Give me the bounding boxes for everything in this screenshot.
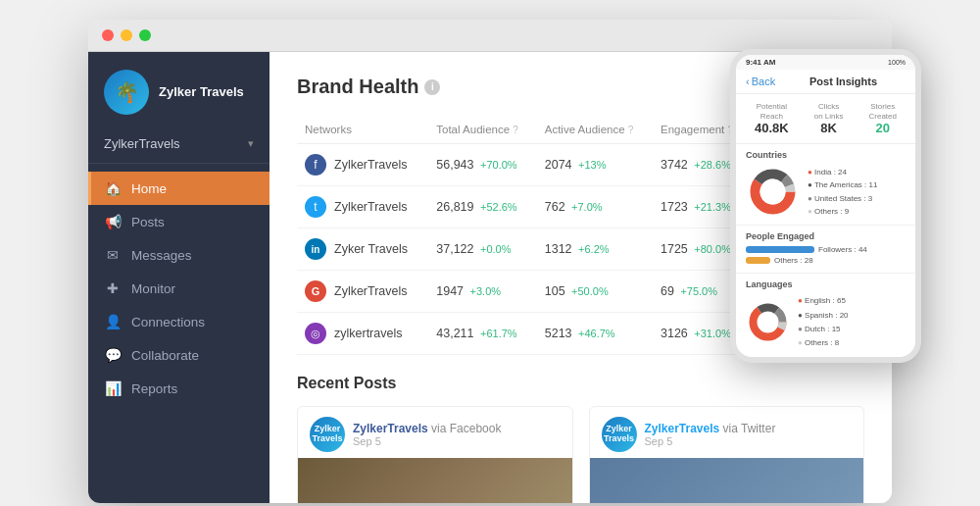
languages-title: Languages <box>746 279 906 289</box>
post-image <box>298 458 572 503</box>
metric-reach: PotentialReach 40.8K <box>755 102 789 135</box>
post-author: ZylkerTravels <box>645 422 720 435</box>
phone-battery: 100% <box>888 59 906 66</box>
metric-reach-label: PotentialReach <box>755 102 789 121</box>
post-meta: ZylkerTravels via Facebook Sep 5 <box>353 422 501 447</box>
phone-time: 9:41 AM <box>746 58 775 67</box>
browser-titlebar <box>88 20 892 52</box>
phone-header: ‹ Back Post Insights <box>736 70 915 94</box>
reports-icon: 📊 <box>104 380 122 396</box>
collaborate-icon: 💬 <box>104 347 122 363</box>
info-icon: i <box>424 79 440 95</box>
twitter-icon: t <box>305 196 326 218</box>
metric-clicks: Clickson Links 8K <box>814 102 844 135</box>
col-total-audience: Total Audience ? <box>428 118 536 144</box>
people-engaged-title: People Engaged <box>746 231 906 241</box>
post-via: via Facebook <box>431 422 501 435</box>
sidebar-item-label: Home <box>131 181 167 196</box>
list-item: ● Dutch : 15 <box>798 323 849 336</box>
others-label: Others : 28 <box>774 256 813 265</box>
sidebar-user[interactable]: ZylkerTravels ▾ <box>88 128 270 164</box>
sidebar-item-home[interactable]: 🏠 Home <box>88 172 270 205</box>
sidebar-item-messages[interactable]: ✉ Messages <box>88 238 270 272</box>
languages-donut-chart <box>746 300 790 344</box>
avatar: ZylkerTravels <box>310 417 345 452</box>
post-meta: ZylkerTravels via Twitter Sep 5 <box>645 422 776 447</box>
chevron-left-icon: ‹ <box>746 76 750 87</box>
followers-label: Followers : 44 <box>818 245 867 254</box>
phone-status-bar: 9:41 AM 100% <box>736 55 915 70</box>
instagram-icon: ◎ <box>305 323 326 344</box>
post-image <box>590 458 864 503</box>
list-item: ● English : 65 <box>798 294 849 308</box>
metric-stories-label: StoriesCreated <box>869 102 897 121</box>
logo-icon: 🌴 <box>104 70 149 115</box>
home-icon: 🏠 <box>104 180 122 196</box>
sidebar-item-label: Collaborate <box>131 348 199 363</box>
network-cell-linkedin: in Zyker Travels <box>305 238 420 260</box>
recent-posts-title: Recent Posts <box>297 375 864 392</box>
post-date: Sep 5 <box>353 435 501 447</box>
network-cell-twitter: t ZylkerTravels <box>305 196 420 218</box>
post-header: ZylkerTravels ZylkerTravels via Facebook… <box>298 407 572 458</box>
svg-point-9 <box>759 313 778 332</box>
sidebar-item-posts[interactable]: 📢 Posts <box>88 205 270 238</box>
phone-overlay: 9:41 AM 100% ‹ Back Post Insights Potent… <box>730 49 921 363</box>
network-cell-facebook: f ZylkerTravels <box>305 154 420 176</box>
post-author: ZylkerTravels <box>353 422 428 435</box>
phone-metrics: PotentialReach 40.8K Clickson Links 8K S… <box>736 94 915 144</box>
posts-grid: ZylkerTravels ZylkerTravels via Facebook… <box>297 406 864 503</box>
logo-text: Zylker Travels <box>159 84 244 100</box>
metric-reach-value: 40.8K <box>755 121 789 135</box>
post-card-facebook[interactable]: ZylkerTravels ZylkerTravels via Facebook… <box>297 406 573 503</box>
sidebar-item-label: Reports <box>131 381 177 396</box>
post-card-twitter[interactable]: ZylkerTravels ZylkerTravels via Twitter … <box>589 406 865 503</box>
close-button[interactable] <box>102 29 114 41</box>
post-date: Sep 5 <box>645 435 776 447</box>
sidebar-nav: 🏠 Home 📢 Posts ✉ Messages ✚ Monitor <box>88 164 270 503</box>
metric-stories: StoriesCreated 20 <box>869 102 897 135</box>
sidebar-logo: 🌴 Zylker Travels <box>88 52 270 128</box>
others-bar <box>746 257 770 264</box>
sidebar-item-monitor[interactable]: ✚ Monitor <box>88 272 270 305</box>
google-icon: G <box>305 280 326 302</box>
sidebar-item-collaborate[interactable]: 💬 Collaborate <box>88 338 270 372</box>
list-item: ● Others : 8 <box>798 336 849 350</box>
sidebar-item-label: Connections <box>131 315 205 329</box>
col-help-icon2: ? <box>628 125 634 135</box>
col-help-icon: ? <box>513 125 518 135</box>
maximize-button[interactable] <box>139 29 151 41</box>
col-networks: Networks <box>297 118 428 144</box>
languages-list: ● English : 65 ● Spanish : 20 ● Dutch : … <box>798 294 849 351</box>
network-cell-google: G ZylkerTravels <box>305 280 420 302</box>
phone-countries-section: Countries ● India : 24 ● The Americas : … <box>736 144 915 226</box>
minimize-button[interactable] <box>121 29 132 41</box>
phone-title: Post Insights <box>781 76 906 87</box>
sidebar-item-connections[interactable]: 👤 Connections <box>88 305 270 338</box>
countries-title: Countries <box>746 150 906 160</box>
facebook-icon: f <box>305 154 326 176</box>
sidebar-username: ZylkerTravels <box>104 136 180 151</box>
sidebar-item-label: Messages <box>131 248 192 263</box>
list-item: ● Spanish : 20 <box>798 309 849 323</box>
post-via: via Twitter <box>723 422 776 435</box>
followers-bar <box>746 246 814 253</box>
sidebar: 🌴 Zylker Travels ZylkerTravels ▾ 🏠 Home … <box>88 52 270 503</box>
list-item: ● The Americas : 11 <box>808 178 877 192</box>
back-button[interactable]: ‹ Back <box>746 76 775 87</box>
list-item: ● Others : 9 <box>808 205 877 219</box>
list-item: ● United States : 3 <box>808 192 877 206</box>
col-active-audience: Active Audience ? <box>537 118 653 144</box>
countries-donut-chart <box>746 165 800 219</box>
connections-icon: 👤 <box>104 314 122 329</box>
list-item: Followers : 44 <box>746 245 906 254</box>
sidebar-item-reports[interactable]: 📊 Reports <box>88 372 270 405</box>
list-item: Others : 28 <box>746 256 906 265</box>
country-list: ● India : 24 ● The Americas : 11 ● Unite… <box>808 166 877 219</box>
linkedin-icon: in <box>305 238 326 260</box>
people-engaged-section: People Engaged Followers : 44 Others : 2… <box>736 226 915 274</box>
languages-section: Languages ● English : 65 ● Spanish : 20 … <box>736 274 915 357</box>
posts-icon: 📢 <box>104 214 122 229</box>
metric-clicks-label: Clickson Links <box>814 102 844 121</box>
metric-clicks-value: 8K <box>814 121 844 135</box>
